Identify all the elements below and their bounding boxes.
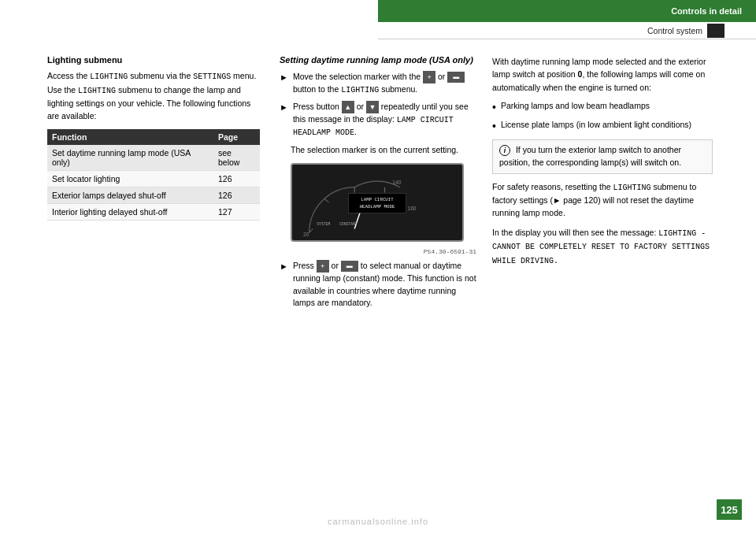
table-row: Interior lighting delayed shut-off 127 [47, 203, 260, 220]
svg-text:HEADLAMP MODE: HEADLAMP MODE [360, 203, 395, 209]
minus-icon: ▬ [447, 72, 465, 83]
step3-arrow: ► [280, 260, 288, 273]
page-number: 125 [717, 499, 742, 520]
right-intro: With daytime running lamp mode selected … [492, 55, 713, 94]
right-bullet-1-text: Parking lamps and low beam headlamps [501, 100, 650, 113]
step2-note: The selection marker is on the current s… [291, 143, 476, 156]
table-cell-page: 127 [213, 203, 260, 220]
table-header-page: Page [213, 129, 260, 145]
display-msg-intro: In the display you will then see the mes… [492, 226, 713, 268]
safety-text: For safety reasons, resetting the LIGHTI… [492, 180, 713, 220]
plus-icon: + [423, 71, 435, 83]
table-row: Set locator lighting 126 [47, 170, 260, 187]
info-text: If you turn the exterior lamp switch to … [499, 145, 681, 167]
right-bullet-1: • Parking lamps and low beam headlamps [492, 100, 713, 114]
header-subtitle-text: Control system [647, 26, 702, 35]
mid-column: Setting daytime running lamp mode (USA o… [280, 55, 476, 314]
display-caption: P54.30-6591-31 [291, 248, 476, 255]
left-intro-text: Access the LIGHTING submenu via the SETT… [47, 69, 260, 123]
bullet-dot-1: • [492, 100, 496, 114]
table-row: Set daytime running lamp mode (USA only)… [47, 145, 260, 171]
info-box: i If you turn the exterior lamp switch t… [492, 139, 713, 174]
svg-text:SYSTEM: SYSTEM [317, 222, 330, 226]
bullet-dot-2: • [492, 119, 496, 133]
table-row: Exterior lamps delayed shut-off 126 [47, 187, 260, 203]
svg-text:LAMP CIRCUIT: LAMP CIRCUIT [361, 197, 394, 202]
function-table: Function Page Set daytime running lamp m… [47, 129, 260, 221]
table-cell-page: 126 [213, 170, 260, 187]
svg-text:CONSTANT: CONSTANT [339, 222, 358, 226]
table-cell-function: Interior lighting delayed shut-off [47, 203, 213, 220]
svg-line-1 [324, 198, 329, 202]
svg-text:160: 160 [407, 205, 416, 210]
table-cell-function: Exterior lamps delayed shut-off [47, 187, 213, 203]
svg-text:20: 20 [303, 232, 309, 237]
table-cell-function: Set locator lighting [47, 170, 213, 187]
up-icon: ▲ [342, 101, 354, 113]
step3-plus-icon: + [317, 260, 329, 273]
step2: ► Press button ▲ or ▼ repeatedly until y… [280, 101, 476, 139]
step2-arrow: ► [280, 101, 288, 114]
right-column: With daytime running lamp mode selected … [492, 55, 713, 273]
table-header-function: Function [47, 129, 213, 145]
step2-text: Press button ▲ or ▼ repeatedly until you… [293, 101, 476, 139]
left-section-title: Lighting submenu [47, 55, 260, 65]
info-icon: i [499, 145, 510, 156]
right-bullet-2: • License plate lamps (in low ambient li… [492, 119, 713, 133]
step3: ► Press + or ▬ to select manual or dayti… [280, 260, 476, 310]
display-box: 20 140 160 LAMP CIRCUIT HEADLAMP MODE SY… [291, 163, 464, 242]
down-icon: ▼ [366, 101, 379, 113]
step1-text: Move the selection marker with the + or … [293, 71, 476, 96]
display-container: 20 140 160 LAMP CIRCUIT HEADLAMP MODE SY… [291, 163, 476, 255]
table-cell-page: see below [213, 145, 260, 171]
section-indicator-box [707, 24, 724, 38]
svg-text:140: 140 [392, 180, 401, 185]
header-title: Controls in detail [378, 0, 756, 22]
table-cell-function: Set daytime running lamp mode (USA only) [47, 145, 213, 171]
header-title-text: Controls in detail [671, 6, 742, 16]
step1-arrow: ► [280, 71, 288, 84]
step3-text: Press + or ▬ to select manual or daytime… [293, 260, 476, 310]
header-subtitle-bar: Control system [378, 22, 756, 39]
step3-minus-icon: ▬ [341, 261, 358, 272]
table-cell-page: 126 [213, 187, 260, 203]
watermark: carmanualsonline.info [328, 517, 428, 526]
speedo-graphic: 20 140 160 LAMP CIRCUIT HEADLAMP MODE SY… [292, 165, 462, 240]
mid-section-title: Setting daytime running lamp mode (USA o… [280, 55, 476, 65]
step1: ► Move the selection marker with the + o… [280, 71, 476, 96]
left-column: Lighting submenu Access the LIGHTING sub… [47, 55, 260, 221]
header-bar: Controls in detail [378, 0, 756, 22]
right-bullet-2-text: License plate lamps (in low ambient ligh… [501, 119, 691, 132]
